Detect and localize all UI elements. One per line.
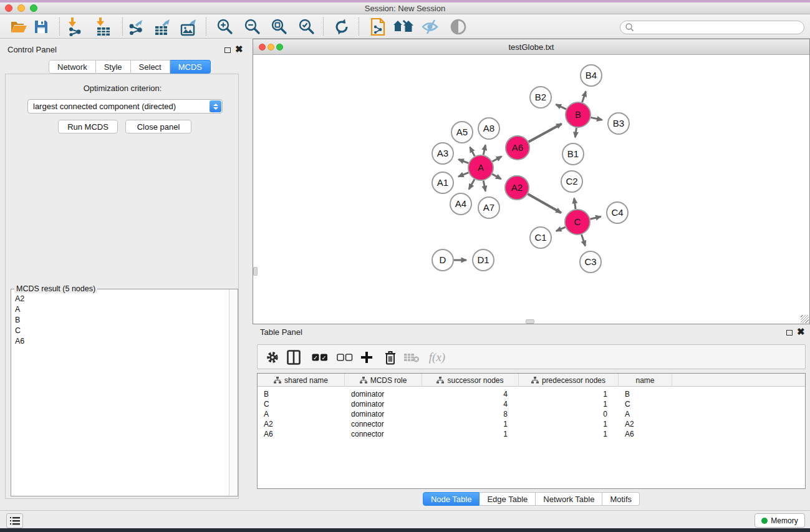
result-scrollbar[interactable] bbox=[229, 289, 238, 496]
edge-A-A4[interactable] bbox=[469, 179, 475, 189]
column-header-shared-name[interactable]: shared name bbox=[258, 374, 345, 387]
table-close-panel-icon[interactable]: ✖ bbox=[797, 326, 805, 337]
edge-A-A7[interactable] bbox=[483, 181, 485, 191]
edge-C-C3[interactable] bbox=[582, 235, 586, 246]
window-resize-grip[interactable] bbox=[801, 315, 809, 323]
edge-A-A2[interactable] bbox=[492, 174, 501, 179]
save-session-icon[interactable] bbox=[31, 17, 52, 37]
edge-A-A1[interactable] bbox=[458, 173, 468, 177]
home-views-icon[interactable] bbox=[393, 17, 414, 37]
edge-A-A3[interactable] bbox=[458, 160, 468, 163]
edge-A2-C[interactable] bbox=[528, 194, 561, 213]
export-table-icon[interactable] bbox=[152, 17, 173, 37]
zoom-selected-icon[interactable] bbox=[296, 17, 317, 37]
table-cell[interactable]: dominator bbox=[351, 389, 421, 399]
column-header-name[interactable]: name bbox=[619, 374, 672, 387]
table-cell[interactable]: 1 bbox=[519, 419, 607, 429]
tab-mcds[interactable]: MCDS bbox=[170, 60, 211, 74]
float-panel-icon[interactable] bbox=[224, 47, 231, 53]
split-pane-icon[interactable] bbox=[284, 347, 304, 367]
refresh-layout-icon[interactable] bbox=[331, 17, 352, 37]
tab-network-table[interactable]: Network Table bbox=[536, 492, 602, 506]
table-cell[interactable]: 4 bbox=[422, 389, 508, 399]
tab-network[interactable]: Network bbox=[49, 60, 96, 74]
table-cell[interactable]: 1 bbox=[422, 419, 508, 429]
zoom-out-icon[interactable] bbox=[242, 17, 263, 37]
memory-button[interactable]: Memory bbox=[755, 513, 805, 528]
table-cell[interactable]: A bbox=[264, 409, 344, 419]
edge-A6-B[interactable] bbox=[529, 123, 562, 142]
edge-C-C2[interactable] bbox=[574, 198, 576, 210]
table-cell[interactable]: 1 bbox=[519, 399, 607, 409]
table-cell[interactable]: A bbox=[625, 409, 671, 419]
import-network-icon[interactable] bbox=[65, 17, 86, 37]
network-view-canvas[interactable]: AA1A2A3A4A5A6A7A8BB1B2B3B4CC1C2C3C4DD1 bbox=[253, 55, 809, 324]
settings-gear-icon[interactable] bbox=[263, 347, 282, 367]
tab-node-table[interactable]: Node Table bbox=[423, 492, 480, 506]
export-image-icon[interactable] bbox=[178, 17, 200, 37]
tab-select[interactable]: Select bbox=[131, 60, 170, 74]
dropdown-stepper-icon bbox=[210, 100, 221, 112]
table-cell[interactable]: 8 bbox=[422, 409, 508, 419]
table-cell[interactable]: connector bbox=[351, 419, 421, 429]
network-graph[interactable]: AA1A2A3A4A5A6A7A8BB1B2B3B4CC1C2C3C4DD1 bbox=[253, 55, 809, 324]
show-graphics-details-icon[interactable] bbox=[448, 17, 469, 37]
table-cell[interactable]: B bbox=[625, 389, 671, 399]
table-cell[interactable]: 4 bbox=[422, 399, 508, 409]
table-cell[interactable]: C bbox=[264, 399, 344, 409]
task-history-button[interactable] bbox=[6, 513, 23, 528]
table-cell[interactable]: dominator bbox=[351, 399, 421, 409]
edge-A-A6[interactable] bbox=[493, 157, 502, 162]
tab-edge-table[interactable]: Edge Table bbox=[480, 492, 536, 506]
edge-A-A8[interactable] bbox=[483, 145, 485, 155]
table-cell[interactable]: A2 bbox=[264, 419, 344, 429]
tab-style[interactable]: Style bbox=[96, 60, 131, 74]
table-cell[interactable]: 1 bbox=[519, 389, 607, 399]
column-header-predecessor-nodes[interactable]: predecessor nodes bbox=[519, 374, 619, 387]
edge-B-B1[interactable] bbox=[575, 128, 576, 137]
edge-B-B3[interactable] bbox=[591, 117, 602, 120]
column-header-successor-nodes[interactable]: successor nodes bbox=[422, 374, 519, 387]
table-cell[interactable]: connector bbox=[351, 429, 421, 439]
vertical-scroll-thumb[interactable] bbox=[253, 267, 258, 276]
deselect-all-checkboxes-icon[interactable] bbox=[335, 347, 355, 367]
table-cell[interactable]: 1 bbox=[519, 429, 607, 439]
network-window-titlebar[interactable]: testGlobe.txt bbox=[253, 39, 809, 55]
zoom-in-icon[interactable] bbox=[215, 17, 236, 37]
close-panel-button[interactable]: Close panel bbox=[125, 120, 191, 133]
table-cell[interactable]: A2 bbox=[625, 419, 671, 429]
add-column-icon[interactable] bbox=[357, 347, 377, 367]
horizontal-scroll-thumb[interactable] bbox=[526, 319, 534, 324]
export-network-icon[interactable] bbox=[126, 17, 147, 37]
hide-graphics-details-icon[interactable] bbox=[420, 17, 441, 37]
edge-C-C4[interactable] bbox=[590, 216, 600, 219]
function-builder-icon[interactable]: f(x) bbox=[427, 347, 447, 367]
edge-A-A5[interactable] bbox=[470, 147, 475, 157]
open-session-icon[interactable] bbox=[8, 17, 29, 37]
toolbar-search-field[interactable] bbox=[620, 21, 804, 34]
edge-B-B2[interactable] bbox=[556, 104, 567, 109]
delete-table-icon[interactable] bbox=[402, 347, 422, 367]
run-mcds-button[interactable]: Run MCDS bbox=[58, 120, 118, 133]
network-from-selection-icon[interactable] bbox=[367, 17, 388, 37]
table-cell[interactable]: 0 bbox=[519, 409, 607, 419]
delete-column-icon[interactable] bbox=[380, 347, 400, 367]
table-cell[interactable]: 1 bbox=[422, 429, 508, 439]
table-cell[interactable]: B bbox=[264, 389, 344, 399]
criterion-dropdown[interactable]: largest connected component (directed) bbox=[27, 99, 223, 114]
edge-B-B4[interactable] bbox=[582, 92, 586, 103]
select-all-checkboxes-icon[interactable]: ✓✓ bbox=[310, 347, 330, 367]
table-cell[interactable]: A6 bbox=[625, 429, 671, 439]
table-cell[interactable]: dominator bbox=[351, 409, 421, 419]
column-header-MCDS-role[interactable]: MCDS role bbox=[345, 374, 422, 387]
table-cell[interactable]: C bbox=[625, 399, 671, 409]
search-input[interactable] bbox=[635, 22, 804, 33]
zoom-fit-icon[interactable] bbox=[269, 17, 290, 37]
tab-motifs[interactable]: Motifs bbox=[602, 492, 640, 506]
import-table-icon[interactable] bbox=[93, 17, 114, 37]
close-panel-icon[interactable]: ✖ bbox=[235, 44, 243, 55]
edge-C-C1[interactable] bbox=[556, 227, 566, 231]
column-header-label: name bbox=[635, 376, 654, 385]
table-cell[interactable]: A6 bbox=[264, 429, 344, 439]
table-float-panel-icon[interactable] bbox=[786, 330, 793, 336]
